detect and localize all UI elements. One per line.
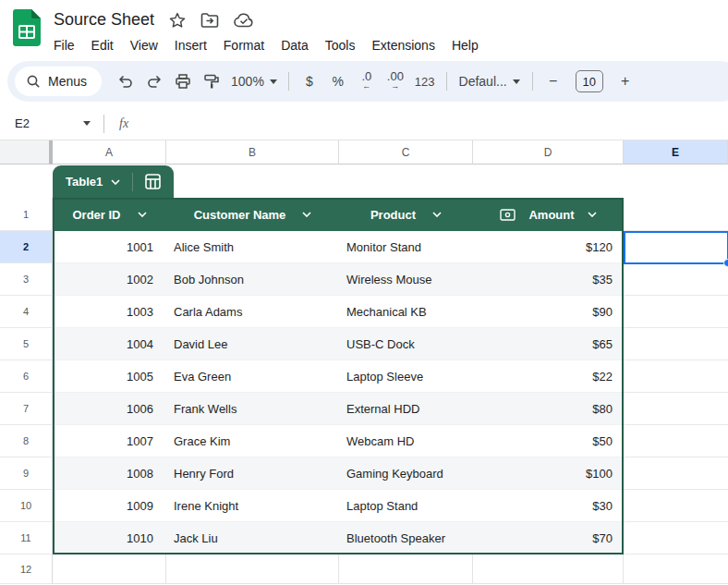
cell-customer[interactable]: Alice Smith (166, 231, 339, 263)
cell-order-id[interactable]: 1008 (53, 457, 166, 490)
star-icon[interactable] (169, 12, 186, 29)
cell-E11[interactable] (624, 522, 728, 555)
sheets-logo-icon[interactable] (13, 9, 41, 46)
cell-customer[interactable]: Bob Johnson (166, 263, 339, 296)
decrease-font-size-button[interactable]: − (540, 67, 567, 95)
row-header-8[interactable]: 8 (0, 425, 53, 457)
table-column-product[interactable]: Product (339, 198, 473, 231)
cell-amount[interactable]: $80 (473, 393, 624, 425)
undo-button[interactable] (112, 67, 140, 95)
cell-E12[interactable] (624, 555, 728, 584)
row-header-10[interactable]: 10 (0, 490, 53, 522)
cell-customer[interactable]: Irene Knight (166, 490, 339, 522)
formula-input[interactable] (128, 107, 728, 140)
column-header-d[interactable]: D (473, 140, 624, 165)
cell-customer[interactable]: Henry Ford (166, 457, 339, 490)
cell-product[interactable]: Bluetooth Speaker (339, 522, 473, 555)
cell-product[interactable]: Laptop Stand (339, 490, 473, 522)
increase-decimal-button[interactable]: .00→ (382, 67, 409, 95)
menu-file[interactable]: File (54, 35, 83, 55)
cell-order-id[interactable]: 1009 (53, 490, 166, 522)
cell-amount[interactable]: $90 (473, 296, 624, 328)
row-header-11[interactable]: 11 (0, 522, 53, 555)
zoom-select[interactable]: 100% (226, 67, 282, 95)
font-size-input[interactable]: 10 (576, 70, 603, 92)
cell-product[interactable]: Gaming Keyboard (339, 457, 473, 490)
cell-customer[interactable]: David Lee (166, 328, 339, 360)
chevron-down-icon[interactable] (588, 212, 597, 217)
chevron-down-icon[interactable] (432, 212, 442, 217)
cell-amount[interactable]: $35 (473, 263, 624, 296)
column-header-e[interactable]: E (624, 140, 728, 165)
table-column-amount[interactable]: Amount (473, 198, 624, 231)
menu-view[interactable]: View (122, 35, 166, 55)
cell-E3[interactable] (624, 263, 728, 296)
table-name-chip[interactable]: Table1 (53, 165, 174, 198)
menu-help[interactable]: Help (443, 35, 487, 55)
cell-C12[interactable] (339, 555, 473, 584)
cell-amount[interactable]: $65 (473, 328, 624, 360)
menu-insert[interactable]: Insert (166, 35, 215, 55)
cell-B12[interactable] (166, 555, 339, 584)
column-header-c[interactable]: C (339, 140, 473, 165)
format-percent-button[interactable]: % (324, 67, 352, 95)
row-header-9[interactable]: 9 (0, 457, 53, 490)
cell-E8[interactable] (624, 425, 728, 457)
menu-tools[interactable]: Tools (317, 35, 364, 55)
search-menus-button[interactable]: Menus (15, 67, 102, 96)
cell-customer[interactable]: Frank Wells (166, 393, 339, 425)
decrease-decimal-button[interactable]: .0← (353, 67, 381, 95)
column-header-a[interactable]: A (53, 140, 166, 165)
font-family-select[interactable]: Defaul... (454, 67, 526, 95)
row-header-7[interactable]: 7 (0, 393, 53, 425)
print-button[interactable] (169, 67, 197, 95)
move-folder-icon[interactable] (200, 12, 219, 29)
format-currency-button[interactable]: $ (296, 67, 323, 95)
cell-customer[interactable]: Carla Adams (166, 296, 339, 328)
cell-amount[interactable]: $22 (473, 360, 624, 393)
chevron-down-icon[interactable] (138, 212, 147, 217)
cell-order-id[interactable]: 1004 (53, 328, 166, 360)
cell-E4[interactable] (624, 296, 728, 328)
cell-product[interactable]: Laptop Sleeve (339, 360, 473, 393)
cell-product[interactable]: USB-C Dock (339, 328, 473, 360)
table-column-order-id[interactable]: Order ID (53, 198, 166, 231)
cell-order-id[interactable]: 1002 (53, 263, 166, 296)
cell-order-id[interactable]: 1001 (53, 231, 166, 263)
cell-product[interactable]: Monitor Stand (339, 231, 473, 263)
cell-E6[interactable] (624, 360, 728, 393)
document-title[interactable]: Source Sheet (54, 10, 154, 30)
cell-order-id[interactable]: 1003 (53, 296, 166, 328)
increase-font-size-button[interactable]: + (612, 67, 639, 95)
more-formats-button[interactable]: 123 (410, 67, 440, 95)
cell-order-id[interactable]: 1010 (53, 522, 166, 555)
table-column-customer-name[interactable]: Customer Name (166, 198, 339, 231)
row-header-2[interactable]: 2 (0, 231, 53, 263)
row-header-1[interactable]: 1 (0, 198, 53, 231)
cell-E10[interactable] (624, 490, 728, 522)
cell-product[interactable]: External HDD (339, 393, 473, 425)
menu-extensions[interactable]: Extensions (363, 35, 443, 55)
cell-order-id[interactable]: 1007 (53, 425, 166, 457)
column-header-b[interactable]: B (166, 140, 339, 165)
cell-amount[interactable]: $120 (473, 231, 624, 263)
cell-E1[interactable] (624, 198, 728, 231)
cell-customer[interactable]: Eva Green (166, 360, 339, 393)
cell-E7[interactable] (624, 393, 728, 425)
menu-format[interactable]: Format (215, 35, 273, 55)
cell-product[interactable]: Webcam HD (339, 425, 473, 457)
cell-amount[interactable]: $50 (473, 425, 624, 457)
row-header-5[interactable]: 5 (0, 328, 53, 360)
cell-amount[interactable]: $30 (473, 490, 624, 522)
cell-product[interactable]: Mechanical KB (339, 296, 473, 328)
cell-customer[interactable]: Grace Kim (166, 425, 339, 457)
cell-amount[interactable]: $70 (473, 522, 624, 555)
row-header-6[interactable]: 6 (0, 360, 53, 393)
redo-button[interactable] (140, 67, 168, 95)
name-box[interactable]: E2 (15, 116, 96, 130)
paint-format-button[interactable] (198, 67, 225, 95)
cell-E9[interactable] (624, 457, 728, 490)
cell-D12[interactable] (473, 555, 624, 584)
fill-handle[interactable] (723, 259, 728, 267)
cell-product[interactable]: Wireless Mouse (339, 263, 473, 296)
